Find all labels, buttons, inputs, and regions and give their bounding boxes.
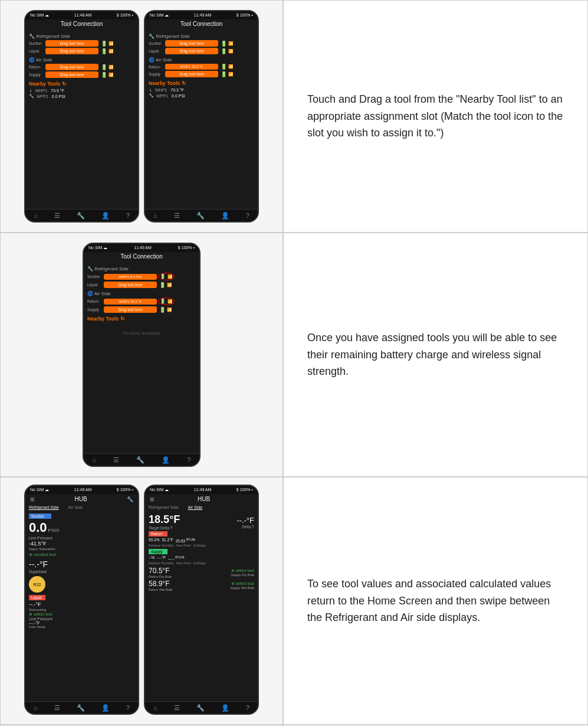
return-labels-3b: Relative Humidity Dew Point Enthalpy [149,544,254,547]
nav-user-1a[interactable]: 👤 [101,212,110,220]
return-highlight-circle: 🔋 📶 [158,297,175,305]
return-vals-3b: 50.2% 51.2°F 25.63 BTU/lb [149,538,254,543]
hub-tabs-3b: Refrigerant Side Air Side [145,504,258,511]
nav-home-3a[interactable]: ⌂ [34,704,38,712]
supply-row-1a: Supply Drag tool here 🔋 📶 [29,71,134,78]
hub-title-3b: HUB [198,496,210,502]
phone-3b: No SIM ☁ 11:49 AM $ 100% ▪ ⊞ HUB Refrige… [144,485,259,715]
phone-3a-body: Suction 0.0 PSIG Line Pressure -41.5°F V… [25,511,138,701]
liquid-row-2: Liquid Drag tool here 🔋 📶 [87,282,196,288]
phone-3b-status: No SIM ☁ 11:49 AM $ 100% ▪ [145,486,258,494]
nav-help-1a[interactable]: ? [126,212,130,220]
phone-1a-title: Tool Connection [25,19,138,30]
phone-2-body: 🔧 Refrigerant Side Suction WPP1 6.0 PSI … [84,262,199,453]
phone-2-nav: ⌂ ☰ 🔧 👤 ? [84,453,199,466]
r22-badge: R22 [29,576,45,593]
refrig-label-1a: 🔧 Refrigerant Side [29,34,134,39]
nav-home-1b[interactable]: ⌂ [153,212,157,220]
suction-row-1a: Suction Drag tool here 🔋 📶 [29,40,134,47]
air-label-2: 🌀 Air Side [87,291,196,296]
nav-help-2[interactable]: ? [187,456,190,464]
phone-3a: No SIM ☁ 11:49 AM $ 100% ▪ ⊞ HUB 🔧 Refri… [24,485,139,715]
suction-highlight-circle: 🔋 📶 [158,273,175,280]
nav-user-1b[interactable]: 👤 [221,212,229,220]
air-label-1a: 🌀 Air Side [29,57,134,63]
phone-1a-nav: ⌂ ☰ 🔧 👤 ? [25,209,138,221]
return-row-2: Return WHP1 70.3 °F 🔋 📶 [87,297,196,305]
nav-help-1b[interactable]: ? [246,212,249,220]
phone-1b-title: Tool Connection [145,19,258,30]
phone-3b-nav: ⌂ ☰ 🔧 👤 ? [145,701,258,714]
nav-tools-1b[interactable]: 🔧 [196,212,205,220]
return-row-1a: Return Drag tool here 🔋 📶 [29,64,134,70]
phone-3a-nav: ⌂ ☰ 🔧 👤 ? [25,701,138,714]
row3-right: To see tool values and associated calcul… [283,477,588,725]
nav-help-3b[interactable]: ? [246,704,249,712]
row2-right: Once you have assigned tools you will be… [283,233,588,477]
row1-text: Touch and Drag a tool from the "Nearby T… [307,91,564,142]
hub-3b-delta: 18.5°F Target Delta T --.-°F Delta T [149,514,254,530]
nav-list-1b[interactable]: ☰ [174,212,180,220]
hub-tabs-3a: Refrigerant Side Air Side [25,504,138,511]
hub-title-3a: HUB [74,496,87,502]
nav-home-1a[interactable]: ⌂ [34,212,38,220]
phone-3a-status: No SIM ☁ 11:49 AM $ 100% ▪ [25,486,138,494]
nav-user-2[interactable]: 👤 [162,456,170,464]
nav-user-3a[interactable]: 👤 [101,704,110,712]
nearby-label-1a: Nearby Tools ↻ [29,81,134,87]
main-grid: No SIM ☁ 11:48 AM $ 100% ▪ Tool Connecti… [0,0,588,726]
no-tools-text-2: No tools available [87,323,196,343]
phone-2-title: Tool Connection [84,252,199,262]
phone-1a-status: No SIM ☁ 11:48 AM $ 100% ▪ [25,11,138,19]
nav-home-3b[interactable]: ⌂ [153,704,157,712]
wet-row-3b: 58.9°F Return Wet Bulb ⊕ select tool Sup… [149,580,254,591]
row1-right: Touch and Drag a tool from the "Nearby T… [283,0,588,233]
nav-list-3b[interactable]: ☰ [174,704,180,712]
phone-2: No SIM ☁ 11:49 AM $ 100% ▪ Tool Connecti… [83,243,201,467]
phone-3b-body: 18.5°F Target Delta T --.-°F Delta T Ret… [145,511,258,701]
nav-tools-1a[interactable]: 🔧 [77,212,85,220]
nearby-tool-1b-2: 🔧 WPP1 0.0 PSI [149,93,254,98]
nav-home-2[interactable]: ⌂ [93,456,97,464]
refrig-label-2: 🔧 Refrigerant Side [87,266,196,272]
suction-badge-3a: Suction [29,514,51,519]
air-label-1b: 🌀 Air Side [149,57,254,63]
liquid-row-1b: Liquid Drag tool here 🔋 📶 [149,48,254,54]
nav-list-2[interactable]: ☰ [113,456,119,464]
nearby-tool-1b-1: 🌡 WHP1 70.3 °F [149,88,254,92]
row1-left: No SIM ☁ 11:48 AM $ 100% ▪ Tool Connecti… [0,0,283,233]
nav-help-3a[interactable]: ? [126,704,130,712]
nav-list-3a[interactable]: ☰ [54,704,60,712]
row2-text: Once you have assigned tools you will be… [307,329,564,380]
suction-row-1b: Suction Drag tool here 🔋 📶 [149,40,254,47]
nav-tools-3b[interactable]: 🔧 [196,704,205,712]
hub-title-bar-3a: ⊞ HUB 🔧 [25,494,138,504]
nearby-label-1b: Nearby Tools ↻ [149,80,254,86]
refrig-label-1b: 🔧 Refrigerant Side [149,34,254,39]
nav-tools-3a[interactable]: 🔧 [77,704,85,712]
supply-vals-3b: --% --.-°F ---.- BTU/lb [149,555,254,561]
phone-1a-body: 🔧 Refrigerant Side Suction Drag tool her… [25,30,138,209]
phone-2-status: No SIM ☁ 11:49 AM $ 100% ▪ [84,244,199,252]
phone-1b-status: No SIM ☁ 11:49 AM $ 100% ▪ [145,11,258,19]
nav-tools-2[interactable]: 🔧 [136,456,144,464]
liquid-row-1a: Liquid Drag tool here 🔋 📶 [29,48,134,54]
row3-left: No SIM ☁ 11:49 AM $ 100% ▪ ⊞ HUB 🔧 Refri… [0,477,283,725]
liquid-badge-3a: Liquid [29,595,45,600]
phone-1b: No SIM ☁ 11:49 AM $ 100% ▪ Tool Connecti… [144,10,259,223]
nearby-tool-1a-1: 🌡 WHP1 70.9 °F [29,89,134,93]
suction-row-2: Suction WPP1 6.0 PSI 🔋 📶 [87,273,196,280]
return-badge-3b: Return [149,531,167,537]
phone-1a: No SIM ☁ 11:48 AM $ 100% ▪ Tool Connecti… [24,10,139,223]
dry-row-3b: 70.5°F Return Dry Bulb ⊕ select tool Sup… [149,567,254,578]
nav-user-3b[interactable]: 👤 [221,704,229,712]
supply-badge-3b: Supply [149,549,167,554]
nav-list-1a[interactable]: ☰ [54,212,60,220]
phone-1b-body: 🔧 Refrigerant Side Suction Drag tool her… [145,30,258,209]
nearby-label-2: Nearby Tools ↻ [87,316,196,322]
hub-val-3a: 0.0 PSIG [29,520,134,535]
supply-row-2: Supply Drag tool here 🔋 📶 [87,306,196,313]
phone-1b-nav: ⌂ ☰ 🔧 👤 ? [145,209,258,221]
nearby-tool-1a-2: 🔧 WPP1 0.0 PSI [29,94,134,99]
row3-text: To see tool values and associated calcul… [307,575,564,626]
